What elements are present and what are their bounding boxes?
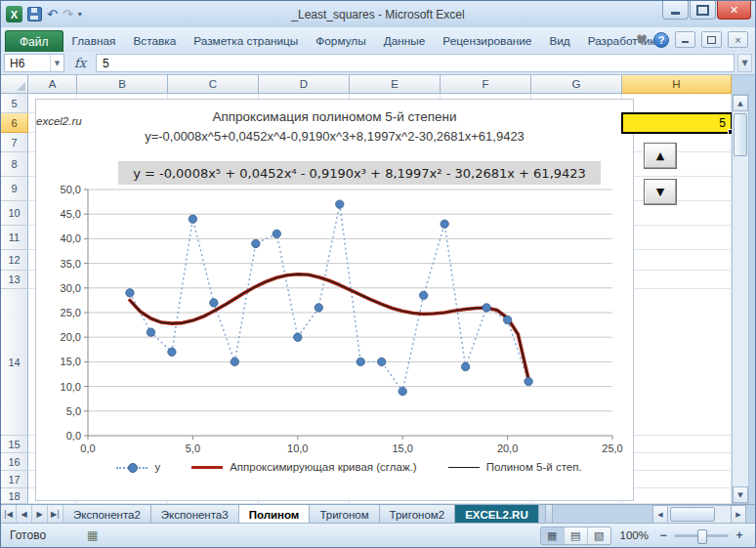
zoom-slider-thumb[interactable] xyxy=(697,529,707,544)
normal-view-icon[interactable]: ▦ xyxy=(541,527,565,544)
workbook-minimize-icon[interactable] xyxy=(675,31,695,48)
sheet-tab-6[interactable]: EXCEL2.RU xyxy=(455,505,539,524)
undo-icon[interactable]: ↶ xyxy=(47,8,58,21)
series-polynomial-line xyxy=(130,274,528,379)
scroll-up-icon[interactable]: ▲ xyxy=(733,95,748,111)
data-point xyxy=(399,387,406,395)
column-header-f[interactable]: F xyxy=(441,75,531,94)
column-header-e[interactable]: E xyxy=(350,75,441,94)
data-point xyxy=(189,215,196,223)
page-break-view-icon[interactable]: ▧ xyxy=(588,527,610,544)
row-header-12[interactable]: 12 xyxy=(1,250,28,271)
sheet-tab-5[interactable]: Тригоном2 xyxy=(380,505,456,524)
row-header-7[interactable]: 7 xyxy=(1,133,28,152)
row-header-15[interactable]: 15 xyxy=(1,436,28,453)
y-tick-label: 20,0 xyxy=(61,331,81,343)
chart[interactable]: Аппроксимация полиномом 5-й степени y=-0… xyxy=(35,99,634,501)
zoom-in-icon[interactable]: + xyxy=(734,528,745,542)
cell-a6[interactable]: excel2.ru xyxy=(36,115,82,127)
close-button[interactable]: ✕ xyxy=(717,1,751,20)
sheet-tab-bar: |◀ ◀ ▶ ▶| Экспонента2Экспонента3ПолиномТ… xyxy=(1,504,755,524)
row-header-9[interactable]: 9 xyxy=(1,177,28,201)
spin-up-button[interactable]: ▲ xyxy=(644,143,677,169)
zoom-slider-track[interactable] xyxy=(674,534,729,537)
formula-bar: H6 ▼ fx 5 ▼ xyxy=(1,52,755,75)
y-tick-label: 5,0 xyxy=(66,405,81,417)
page-layout-view-icon[interactable]: ▤ xyxy=(565,527,588,544)
horizontal-scrollbar[interactable]: ◀ ▶ xyxy=(652,505,755,524)
help-icon[interactable]: ? xyxy=(653,32,669,48)
x-tick-label: 10,0 xyxy=(287,443,308,454)
row-header-16[interactable]: 16 xyxy=(1,453,28,471)
ribbon-tab-3[interactable]: Разметка страницы xyxy=(185,30,307,52)
row-header-11[interactable]: 11 xyxy=(1,226,28,250)
excel-logo-icon[interactable]: X xyxy=(6,6,22,22)
selected-cell-h6[interactable]: 5 xyxy=(621,112,732,134)
column-header-a[interactable]: A xyxy=(28,75,77,94)
sheet-nav-prev-icon[interactable]: ◀ xyxy=(17,505,32,524)
row-header-17[interactable]: 17 xyxy=(1,471,28,488)
vertical-scrollbar[interactable]: ▲ ▼ xyxy=(732,94,749,504)
ribbon-tab-7[interactable]: Вид xyxy=(540,30,578,52)
insert-function-button[interactable]: fx xyxy=(67,54,93,72)
customize-quick-access-icon[interactable]: ▾ xyxy=(78,10,82,19)
save-icon[interactable] xyxy=(27,7,42,21)
sheet-tab-2[interactable]: Экспонента3 xyxy=(151,505,239,524)
sheet-nav-next-icon[interactable]: ▶ xyxy=(32,505,48,524)
status-bar: Готово ▦ ▦ ▤ ▧ 100% − + xyxy=(1,523,755,547)
cells-grid[interactable]: excel2.ru 5 Аппроксимация полиномом 5-й … xyxy=(28,94,732,504)
row-header-14[interactable]: 14 xyxy=(1,289,28,436)
sheet-tab-4[interactable]: Тригоном xyxy=(310,505,379,524)
row-header-18[interactable]: 18 xyxy=(1,488,28,504)
formula-input[interactable]: 5 xyxy=(96,54,735,72)
sheet-tab-1[interactable]: Экспонента2 xyxy=(63,505,151,524)
x-tick-label: 20,0 xyxy=(497,443,518,454)
ribbon-tab-2[interactable]: Вставка xyxy=(124,30,185,52)
column-header-c[interactable]: C xyxy=(168,75,259,94)
minimize-button[interactable] xyxy=(662,1,689,20)
legend-line-swatch xyxy=(448,467,480,468)
ribbon-tab-1[interactable]: Главная xyxy=(63,30,125,52)
scroll-down-icon[interactable]: ▼ xyxy=(733,486,748,503)
scroll-right-icon[interactable]: ▶ xyxy=(731,505,746,524)
legend-label: Полином 5-й степ. xyxy=(486,461,582,473)
row-header-6[interactable]: 6 xyxy=(1,113,28,133)
horizontal-scrollbar-thumb[interactable] xyxy=(670,507,715,522)
column-header-h[interactable]: H xyxy=(622,75,732,94)
tab-split-handle[interactable] xyxy=(545,505,553,524)
scroll-left-icon[interactable]: ◀ xyxy=(652,505,668,524)
row-header-13[interactable]: 13 xyxy=(1,271,28,289)
ribbon-tab-4[interactable]: Формулы xyxy=(307,30,374,52)
sheet-nav-first-icon[interactable]: |◀ xyxy=(1,505,17,524)
sheet-tabs: Экспонента2Экспонента3ПолиномТригономТри… xyxy=(63,505,539,524)
name-box-dropdown-icon[interactable]: ▼ xyxy=(50,55,63,71)
row-header-5[interactable]: 5 xyxy=(1,94,28,113)
column-header-d[interactable]: D xyxy=(259,75,350,94)
tab-file[interactable]: Файл xyxy=(5,30,63,52)
workbook-restore-icon[interactable] xyxy=(701,31,722,48)
zoom-out-icon[interactable]: − xyxy=(657,528,669,542)
zoom-level[interactable]: 100% xyxy=(620,529,649,541)
sheet-tab-3[interactable]: Полином xyxy=(239,505,311,524)
y-tick-label: 30,0 xyxy=(61,282,81,294)
row-header-8[interactable]: 8 xyxy=(1,152,28,177)
column-header-b[interactable]: B xyxy=(77,75,168,94)
ribbon-right-controls: ♥ ? × xyxy=(636,31,748,48)
formula-bar-expand-button[interactable]: ▼ xyxy=(737,54,752,72)
ribbon-tab-5[interactable]: Данные xyxy=(375,30,435,52)
workbook-close-icon[interactable]: × xyxy=(728,31,748,48)
maximize-button[interactable] xyxy=(690,1,716,20)
select-all-corner[interactable] xyxy=(1,75,28,94)
vertical-scrollbar-thumb[interactable] xyxy=(734,113,747,156)
horizontal-scrollbar-track[interactable] xyxy=(668,505,731,524)
row-header-10[interactable]: 10 xyxy=(1,201,28,226)
chart-plot-area: 0,05,010,015,020,025,030,035,040,045,050… xyxy=(36,100,635,502)
ribbon-tab-6[interactable]: Рецензирование xyxy=(434,30,540,52)
spin-down-button[interactable]: ▼ xyxy=(644,179,677,205)
name-box[interactable]: H6 ▼ xyxy=(4,54,64,72)
column-header-g[interactable]: G xyxy=(531,75,622,94)
macro-record-icon[interactable]: ▦ xyxy=(87,529,98,541)
sheet-nav-last-icon[interactable]: ▶| xyxy=(48,505,63,524)
redo-icon[interactable]: ↷ xyxy=(63,8,73,21)
data-point xyxy=(336,200,344,208)
